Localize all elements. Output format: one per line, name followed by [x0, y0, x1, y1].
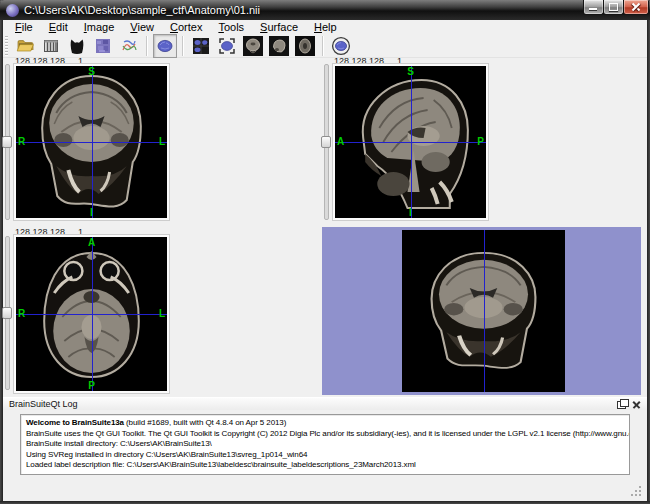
status-bar: [3, 480, 647, 501]
maximize-icon: [609, 3, 618, 11]
multiview-icon: [191, 36, 211, 56]
coronal-image[interactable]: S R L I: [16, 66, 167, 218]
sagittal-slice-slider[interactable]: [321, 64, 331, 220]
slider-thumb[interactable]: [2, 307, 12, 319]
surface-view-button[interactable]: [153, 34, 177, 58]
orientation-superior: S: [407, 66, 414, 77]
circled-brain-icon: [331, 36, 351, 56]
ortho-views-button[interactable]: [189, 34, 213, 58]
float-icon: [617, 401, 626, 409]
menu-file[interactable]: File: [8, 20, 40, 34]
surface-only-view-button[interactable]: [329, 34, 353, 58]
menu-image[interactable]: Image: [77, 20, 122, 34]
display-toolbox-button[interactable]: [39, 34, 63, 58]
slider-thumb[interactable]: [321, 136, 331, 148]
log-line-qt-license: BrainSuite uses the Qt GUI Toolkit. The …: [26, 429, 624, 440]
coronal-view-panel: S R L I: [13, 63, 170, 221]
toolbar: [3, 34, 647, 58]
mask-tool-button[interactable]: [65, 34, 89, 58]
menu-edit[interactable]: Edit: [42, 20, 75, 34]
axial-slice-icon: [295, 36, 315, 56]
display-toolbox-icon: [41, 36, 61, 56]
log-close-button[interactable]: [631, 399, 642, 410]
log-dock-body: Welcome to BrainSuite13a (build #1689, b…: [3, 410, 647, 480]
zoom-to-fit-button[interactable]: [215, 34, 239, 58]
axial-slice-slider[interactable]: [2, 236, 12, 390]
toolbar-grip[interactable]: [5, 36, 8, 56]
crosshair-vertical: [92, 237, 93, 391]
log-text-area[interactable]: Welcome to BrainSuite13a (build #1689, b…: [20, 414, 630, 475]
sagittal-view-button[interactable]: [267, 34, 291, 58]
brainsuite-window: C:\Users\AK\Desktop\sample_ctf\Anatomy\0…: [0, 0, 650, 504]
sagittal-slice-icon: [269, 36, 289, 56]
close-button[interactable]: [623, 0, 649, 15]
label-overlay-button[interactable]: [91, 34, 115, 58]
orientation-left: L: [159, 136, 165, 147]
title-bar[interactable]: C:\Users\AK\Desktop\sample_ctf\Anatomy\0…: [0, 0, 650, 20]
window-title: C:\Users\AK\Desktop\sample_ctf\Anatomy\0…: [24, 4, 260, 16]
orientation-anterior: A: [337, 136, 344, 147]
menu-view[interactable]: View: [123, 20, 161, 34]
menu-tools[interactable]: Tools: [211, 20, 251, 34]
crosshair-vertical: [92, 66, 93, 218]
log-dock-titlebar[interactable]: BrainSuiteQt Log: [3, 397, 647, 410]
surface-crosshair-vertical: [484, 230, 485, 392]
resize-grip[interactable]: [630, 485, 642, 497]
orientation-inferior: I: [90, 207, 93, 218]
menu-cortex[interactable]: Cortex: [163, 20, 209, 34]
surface-slice-image[interactable]: [402, 230, 565, 392]
orientation-posterior: P: [477, 136, 484, 147]
label-volume-icon: [93, 36, 113, 56]
menu-bar: File Edit Image View Cortex Tools Surfac…: [3, 20, 647, 34]
maximize-button[interactable]: [603, 0, 624, 15]
orientation-superior: S: [88, 66, 95, 77]
orientation-left: L: [159, 308, 165, 319]
fit-brackets-icon: [217, 36, 237, 56]
minimize-button[interactable]: [583, 0, 604, 15]
log-line-svreg: Using SVReg installed in directory C:\Us…: [26, 450, 624, 461]
minimize-icon: [589, 8, 597, 10]
log-line-install-dir: BrainSuite install directory: C:\Users\A…: [26, 439, 624, 450]
open-file-button[interactable]: [13, 34, 37, 58]
axial-image[interactable]: A R L P: [16, 237, 167, 391]
orientation-right: R: [18, 308, 25, 319]
toolbar-separator: [322, 36, 324, 56]
sagittal-image[interactable]: S A P I: [335, 66, 486, 218]
axial-view-button[interactable]: [293, 34, 317, 58]
orientation-anterior: A: [88, 237, 95, 248]
toolbar-separator: [146, 36, 148, 56]
axial-view-panel: A R L P: [13, 234, 170, 394]
open-folder-icon: [15, 36, 35, 56]
close-icon: [632, 400, 641, 409]
log-line-welcome: Welcome to BrainSuite13a (build #1689, b…: [26, 418, 624, 429]
slider-thumb[interactable]: [2, 136, 12, 148]
surface-view-panel[interactable]: [322, 227, 641, 395]
orientation-right: R: [18, 136, 25, 147]
toolbar-separator: [182, 36, 184, 56]
app-icon[interactable]: [6, 4, 19, 17]
curves-icon: [119, 36, 139, 56]
menu-help[interactable]: Help: [307, 20, 344, 34]
orientation-posterior: P: [88, 380, 95, 391]
brain-surface-icon: [155, 36, 175, 56]
coronal-slice-slider[interactable]: [2, 64, 12, 220]
log-float-button[interactable]: [616, 399, 627, 410]
log-dock-title: BrainSuiteQt Log: [9, 399, 78, 409]
coronal-slice-icon: [243, 36, 263, 56]
orientation-inferior: I: [409, 207, 412, 218]
log-line-labeldesc: Loaded label description file: C:\Users\…: [26, 460, 624, 471]
menu-surface[interactable]: Surface: [253, 20, 305, 34]
crosshair-vertical: [411, 66, 412, 218]
coronal-view-button[interactable]: [241, 34, 265, 58]
mask-cat-icon: [67, 36, 87, 56]
sagittal-view-panel: S A P I: [332, 63, 489, 221]
curve-tool-button[interactable]: [117, 34, 141, 58]
